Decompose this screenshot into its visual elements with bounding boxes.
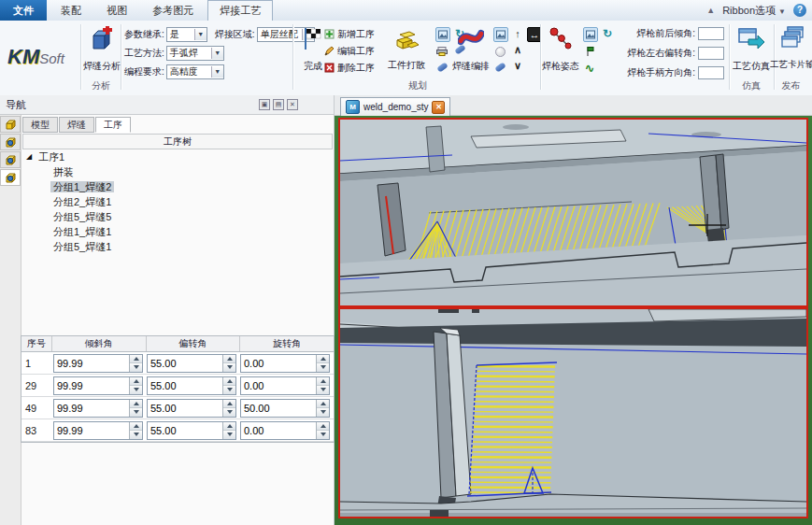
nav-panel-title: 导航 bbox=[6, 98, 26, 112]
angle-input[interactable] bbox=[241, 377, 316, 394]
process-mode-button[interactable] bbox=[0, 151, 21, 168]
tree-item[interactable]: 分组5_焊缝5 bbox=[22, 209, 331, 224]
spin-down-button[interactable] bbox=[317, 408, 329, 417]
seam-segment-button[interactable] bbox=[493, 61, 506, 74]
angle-input[interactable] bbox=[148, 355, 222, 372]
gun-posture-button[interactable]: 焊枪姿态 bbox=[542, 26, 579, 50]
order-down-button[interactable]: ∨ bbox=[511, 59, 524, 72]
spin-up-button[interactable] bbox=[317, 422, 329, 432]
spin-down-button[interactable] bbox=[130, 408, 142, 417]
tab-process[interactable]: 工序 bbox=[95, 117, 131, 133]
tab-model[interactable]: 模型 bbox=[22, 117, 58, 133]
angle-input[interactable] bbox=[54, 355, 129, 372]
view-seam-button[interactable] bbox=[493, 27, 508, 42]
move-up-start-button[interactable]: ↑ bbox=[511, 27, 524, 40]
menu-tab-reference[interactable]: 参考图元 bbox=[141, 0, 205, 21]
program-req-select[interactable]: 高精度▼ bbox=[166, 64, 224, 79]
spin-down-button[interactable] bbox=[223, 386, 235, 394]
menu-tab-file[interactable]: 文件 bbox=[0, 0, 47, 21]
angle-input[interactable] bbox=[54, 422, 129, 439]
spin-down-button[interactable] bbox=[317, 386, 329, 394]
menu-tab-weld-process[interactable]: 焊接工艺 bbox=[207, 0, 273, 21]
spin-up-button[interactable] bbox=[130, 377, 142, 387]
order-up-button[interactable]: ∧ bbox=[511, 43, 524, 56]
angle-input[interactable] bbox=[54, 400, 129, 417]
spin-up-button[interactable] bbox=[130, 355, 142, 364]
gun-path-button[interactable]: ∿ bbox=[583, 62, 596, 75]
gun-handle-input[interactable] bbox=[698, 66, 724, 79]
model-mode-button[interactable] bbox=[0, 116, 21, 133]
image-icon bbox=[496, 30, 506, 39]
spin-up-button[interactable] bbox=[223, 355, 235, 364]
tree-item[interactable]: 分组5_焊缝1 bbox=[22, 239, 331, 254]
tree-expander-icon[interactable]: ◢ bbox=[26, 149, 32, 164]
molecule-icon bbox=[548, 26, 573, 50]
print-path-button[interactable] bbox=[435, 45, 449, 58]
document-tab[interactable]: M weld_demo_sty ✕ bbox=[340, 97, 450, 117]
tree-item[interactable]: 分组1_焊缝2 bbox=[22, 179, 331, 194]
gun-rotate-button[interactable]: ↻ bbox=[601, 27, 614, 40]
seam-point-button[interactable] bbox=[493, 45, 506, 58]
process-method-select[interactable]: 手弧焊▼ bbox=[166, 46, 224, 61]
edit-process-button[interactable]: 编辑工序 bbox=[324, 44, 375, 58]
tab-close-icon[interactable]: ✕ bbox=[432, 101, 445, 114]
help-button[interactable]: ? bbox=[793, 4, 806, 17]
angle-input[interactable] bbox=[241, 355, 316, 372]
viewport-top[interactable] bbox=[338, 118, 808, 307]
spin-down-button[interactable] bbox=[130, 431, 142, 439]
tree-item[interactable]: ◢工序1 bbox=[22, 149, 331, 164]
spin-up-button[interactable] bbox=[317, 377, 329, 387]
spin-up-button[interactable] bbox=[223, 400, 235, 409]
viewport-bottom[interactable] bbox=[338, 307, 808, 518]
seam-mode-button[interactable] bbox=[0, 134, 21, 150]
combo-arrow-icon: ▼ bbox=[194, 29, 207, 40]
spin-down-button[interactable] bbox=[317, 363, 329, 372]
angle-input[interactable] bbox=[148, 422, 222, 439]
angle-input[interactable] bbox=[241, 422, 316, 439]
spin-down-button[interactable] bbox=[130, 363, 142, 372]
gun-yaw-input[interactable] bbox=[698, 47, 724, 60]
delete-process-button[interactable]: 删除工序 bbox=[324, 61, 375, 75]
gun-pitch-input[interactable] bbox=[698, 27, 724, 40]
seam-arrange-button[interactable]: 焊缝编排 bbox=[450, 26, 491, 50]
angle-input[interactable] bbox=[148, 400, 222, 417]
spin-up-button[interactable] bbox=[130, 422, 142, 432]
tree-item[interactable]: 拼装 bbox=[22, 164, 331, 179]
ribbon-options-button[interactable]: Ribbon选项 ▼ bbox=[722, 4, 786, 18]
spin-up-button[interactable] bbox=[223, 422, 235, 432]
chevron-up-icon: ∧ bbox=[514, 45, 521, 55]
menu-tab-view[interactable]: 视图 bbox=[95, 0, 138, 21]
tree-item[interactable]: 分组2_焊缝1 bbox=[22, 194, 331, 209]
param-inherit-select[interactable]: 是▼ bbox=[166, 27, 207, 42]
spin-up-button[interactable] bbox=[317, 355, 329, 364]
gun-pitch-label: 焊枪前后倾角: bbox=[613, 27, 695, 40]
process-sim-button[interactable]: 工艺仿真 bbox=[731, 26, 772, 50]
active-mode-button[interactable] bbox=[0, 169, 21, 186]
spin-down-button[interactable] bbox=[130, 386, 142, 394]
spin-down-button[interactable] bbox=[223, 431, 235, 439]
spin-up-button[interactable] bbox=[223, 377, 235, 387]
spin-up-button[interactable] bbox=[317, 400, 329, 409]
tab-seam[interactable]: 焊缝 bbox=[59, 117, 94, 133]
panel-close-icon[interactable]: ✕ bbox=[287, 99, 298, 110]
gun-view-button[interactable] bbox=[583, 27, 598, 42]
weld-analysis-button[interactable]: 焊缝分析 bbox=[84, 26, 120, 52]
angle-input[interactable] bbox=[148, 377, 222, 394]
tree-item-label: 分组1_焊缝1 bbox=[50, 226, 114, 237]
spin-down-button[interactable] bbox=[223, 363, 235, 372]
spin-up-button[interactable] bbox=[130, 400, 142, 409]
dock-icon[interactable]: ▣ bbox=[259, 99, 270, 110]
gun-flag-button[interactable] bbox=[583, 45, 596, 58]
collapse-ribbon-icon[interactable]: ▲ bbox=[706, 6, 715, 15]
capture-view-button[interactable] bbox=[435, 27, 450, 42]
angle-input[interactable] bbox=[54, 377, 129, 394]
angle-input[interactable] bbox=[241, 400, 316, 417]
add-process-button[interactable]: 新增工序 bbox=[324, 27, 375, 41]
spin-down-button[interactable] bbox=[317, 431, 329, 439]
spin-down-button[interactable] bbox=[223, 408, 235, 417]
tree-item[interactable]: 分组1_焊缝1 bbox=[22, 224, 331, 239]
menu-tab-assembly[interactable]: 装配 bbox=[50, 0, 93, 21]
explode-part-button[interactable]: 工件打散 bbox=[383, 25, 430, 53]
pin-icon[interactable]: ▤ bbox=[273, 99, 284, 110]
card-output-button[interactable]: 工艺卡片输出 bbox=[776, 25, 811, 50]
